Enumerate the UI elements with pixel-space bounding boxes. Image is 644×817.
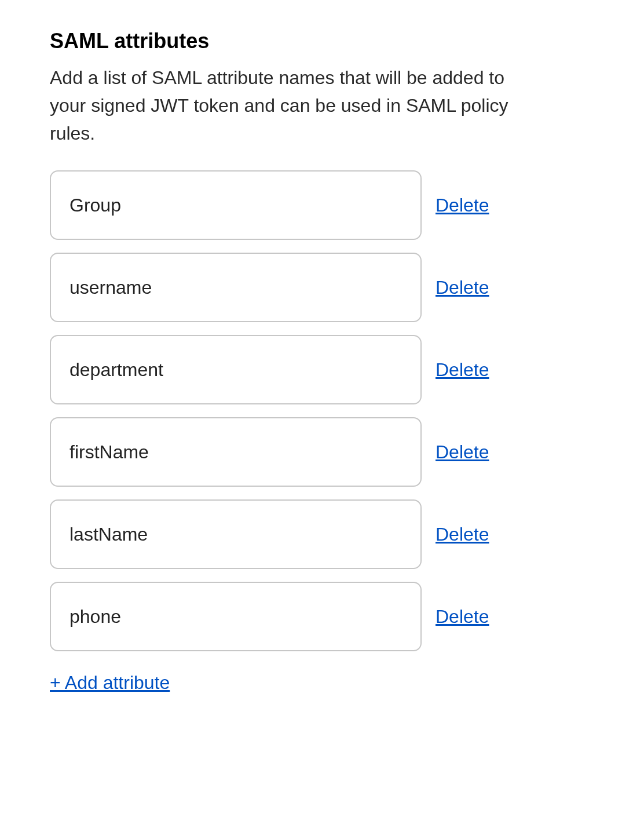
attribute-input[interactable] [50, 417, 422, 487]
attribute-input[interactable] [50, 170, 422, 240]
delete-button[interactable]: Delete [436, 277, 489, 298]
section-title: SAML attributes [50, 29, 594, 53]
delete-button[interactable]: Delete [436, 359, 489, 381]
attribute-input[interactable] [50, 335, 422, 404]
delete-button[interactable]: Delete [436, 195, 489, 216]
attribute-row: Delete [50, 335, 594, 404]
attribute-row: Delete [50, 417, 594, 487]
delete-button[interactable]: Delete [436, 606, 489, 628]
attribute-input[interactable] [50, 582, 422, 651]
attribute-row: Delete [50, 170, 594, 240]
attribute-input[interactable] [50, 499, 422, 569]
attribute-row: Delete [50, 499, 594, 569]
add-attribute-button[interactable]: + Add attribute [50, 672, 170, 694]
attribute-row: Delete [50, 253, 594, 322]
delete-button[interactable]: Delete [436, 442, 489, 463]
attribute-list: Delete Delete Delete Delete Delete Delet… [50, 170, 594, 651]
section-description: Add a list of SAML attribute names that … [50, 64, 513, 147]
delete-button[interactable]: Delete [436, 524, 489, 545]
attribute-row: Delete [50, 582, 594, 651]
attribute-input[interactable] [50, 253, 422, 322]
